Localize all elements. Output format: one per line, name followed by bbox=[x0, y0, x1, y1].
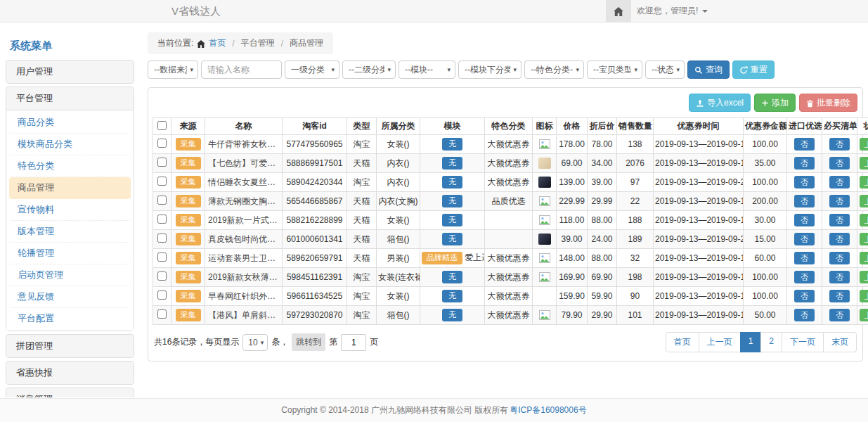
image-placeholder-icon bbox=[539, 215, 550, 225]
sidebar-group-header-2[interactable]: 拼团管理 bbox=[6, 335, 134, 357]
product-type: 天猫 bbox=[347, 154, 377, 173]
page-button-2[interactable]: 1 bbox=[740, 332, 762, 352]
breadcrumb-home-link[interactable]: 首页 bbox=[209, 37, 226, 49]
status-toggle[interactable]: 上架 bbox=[860, 176, 868, 188]
product-category: 内衣() bbox=[377, 154, 420, 173]
status-toggle[interactable]: 上架 bbox=[860, 195, 868, 207]
row-checkbox[interactable] bbox=[157, 139, 167, 148]
sidebar-group-header-3[interactable]: 省惠快报 bbox=[6, 362, 134, 384]
select-all-checkbox[interactable] bbox=[157, 121, 167, 130]
sidebar-group-header-4[interactable]: 消息管理 bbox=[6, 388, 134, 397]
import-select-toggle[interactable]: 否 bbox=[794, 176, 815, 188]
icon-cell bbox=[533, 287, 557, 306]
name-search-input[interactable] bbox=[201, 60, 282, 79]
filter-select-3[interactable]: --模块下分类--▾ bbox=[458, 60, 522, 79]
filter-select-0-value: 一级分类 bbox=[291, 64, 325, 76]
must-buy-toggle[interactable]: 否 bbox=[829, 157, 850, 170]
import-select-toggle[interactable]: 否 bbox=[794, 214, 815, 226]
must-buy-toggle[interactable]: 否 bbox=[829, 309, 850, 321]
must-buy-toggle[interactable]: 否 bbox=[829, 252, 850, 264]
per-page-select[interactable]: 10 ▾ bbox=[242, 334, 268, 351]
reset-button[interactable]: 重置 bbox=[732, 60, 775, 79]
icp-link[interactable]: 粤ICP备16098006号 bbox=[510, 404, 586, 416]
filter-select-4[interactable]: --特色分类--▾ bbox=[524, 60, 584, 79]
sidebar-item-1-7[interactable]: 启动页管理 bbox=[9, 264, 131, 286]
add-button[interactable]: 添加 bbox=[754, 94, 796, 112]
row-checkbox[interactable] bbox=[157, 196, 167, 205]
filter-select-0[interactable]: 一级分类▾ bbox=[285, 60, 339, 79]
coupon-time: 2019-09-13—2019-09-18 bbox=[654, 306, 744, 325]
sidebar-item-1-1[interactable]: 模块商品分类 bbox=[9, 134, 131, 155]
row-checkbox[interactable] bbox=[157, 252, 167, 262]
filter-select-5[interactable]: --宝贝类型--▾ bbox=[587, 60, 642, 79]
page-button-0[interactable]: 首页 bbox=[666, 332, 699, 352]
sidebar-item-1-4[interactable]: 宣传物料 bbox=[9, 199, 131, 221]
batch-delete-button[interactable]: 批量删除 bbox=[799, 94, 857, 112]
row-checkbox[interactable] bbox=[157, 309, 167, 319]
row-checkbox[interactable] bbox=[157, 177, 167, 186]
must-buy-toggle[interactable]: 否 bbox=[829, 195, 850, 207]
product-category: 女装() bbox=[377, 287, 420, 306]
sidebar-item-1-8[interactable]: 意见反馈 bbox=[9, 286, 131, 308]
must-buy-toggle[interactable]: 否 bbox=[829, 271, 850, 283]
jump-page-input[interactable] bbox=[341, 334, 366, 351]
sidebar-item-1-2[interactable]: 特色分类 bbox=[9, 155, 131, 177]
sidebar-group-header-0[interactable]: 用户管理 bbox=[6, 60, 134, 83]
status-toggle[interactable]: 上架 bbox=[860, 252, 868, 264]
jump-button[interactable]: 跳转到 bbox=[292, 333, 325, 351]
import-select-toggle[interactable]: 否 bbox=[794, 157, 815, 170]
user-menu[interactable]: 欢迎您，管理员! bbox=[637, 0, 708, 22]
must-buy-toggle[interactable]: 否 bbox=[829, 214, 850, 226]
page-button-4[interactable]: 下一页 bbox=[782, 332, 824, 352]
row-checkbox[interactable] bbox=[157, 158, 167, 167]
sidebar-item-1-5[interactable]: 版本管理 bbox=[9, 221, 131, 243]
filter-select-6[interactable]: --状态--▾ bbox=[645, 60, 685, 79]
row-checkbox[interactable] bbox=[157, 234, 167, 243]
filter-select-2[interactable]: --模块--▾ bbox=[399, 60, 455, 79]
sidebar-item-1-3[interactable]: 商品管理 bbox=[9, 177, 131, 199]
import-select-toggle[interactable]: 否 bbox=[794, 233, 815, 245]
product-name: 2019新款女秋薄款... bbox=[205, 268, 283, 287]
must-buy-toggle[interactable]: 否 bbox=[829, 290, 850, 302]
import-select-toggle[interactable]: 否 bbox=[794, 309, 815, 321]
row-checkbox[interactable] bbox=[157, 290, 167, 300]
navbar-home-button[interactable] bbox=[606, 0, 631, 22]
discount-price: 24.00 bbox=[588, 230, 617, 249]
import-select-toggle[interactable]: 否 bbox=[794, 138, 815, 151]
row-checkbox[interactable] bbox=[157, 215, 167, 224]
search-button[interactable]: 查询 bbox=[687, 60, 730, 79]
import-excel-button[interactable]: 导入excel bbox=[689, 94, 751, 112]
sidebar-item-1-0[interactable]: 商品分类 bbox=[9, 112, 131, 134]
filter-data-source-select[interactable]: --数据来源--▾ bbox=[148, 60, 198, 79]
sidebar-item-1-6[interactable]: 轮播管理 bbox=[9, 243, 131, 264]
status-toggle[interactable]: 上架 bbox=[860, 271, 868, 283]
import-select-toggle[interactable]: 否 bbox=[794, 271, 815, 283]
column-header-13: 进口优选 bbox=[787, 118, 822, 135]
discount-price: 34.00 bbox=[588, 154, 617, 173]
status-toggle[interactable]: 上架 bbox=[860, 233, 868, 245]
page-button-3[interactable]: 2 bbox=[760, 332, 782, 352]
import-select-toggle[interactable]: 否 bbox=[794, 195, 815, 207]
import-select-toggle[interactable]: 否 bbox=[794, 290, 815, 302]
sidebar-group-header-1[interactable]: 平台管理 bbox=[6, 87, 134, 110]
status-toggle[interactable]: 上架 bbox=[860, 309, 868, 321]
must-buy-toggle[interactable]: 否 bbox=[829, 176, 850, 188]
must-buy-toggle[interactable]: 否 bbox=[829, 138, 850, 151]
sales-count: 32 bbox=[617, 249, 654, 268]
breadcrumb-item-0[interactable]: 平台管理 bbox=[241, 37, 275, 49]
must-buy-toggle[interactable]: 否 bbox=[829, 233, 850, 245]
import-select-toggle[interactable]: 否 bbox=[794, 252, 815, 264]
filter-select-1[interactable]: --二级分类--▾ bbox=[342, 60, 396, 79]
source-cell: 采集 bbox=[171, 135, 205, 154]
price: 118.00 bbox=[557, 211, 588, 230]
status-toggle[interactable]: 上架 bbox=[860, 290, 868, 302]
status-toggle[interactable]: 上架 bbox=[860, 138, 868, 151]
status-toggle[interactable]: 上架 bbox=[860, 157, 868, 170]
page-button-1[interactable]: 上一页 bbox=[699, 332, 741, 352]
import-select-cell: 否 bbox=[787, 154, 822, 173]
sidebar-item-1-9[interactable]: 平台配置 bbox=[9, 308, 131, 329]
status-toggle[interactable]: 上架 bbox=[860, 214, 868, 226]
row-checkbox[interactable] bbox=[157, 271, 167, 281]
coupon-amount: 100.00 bbox=[744, 135, 787, 154]
page-button-5[interactable]: 末页 bbox=[823, 332, 857, 352]
